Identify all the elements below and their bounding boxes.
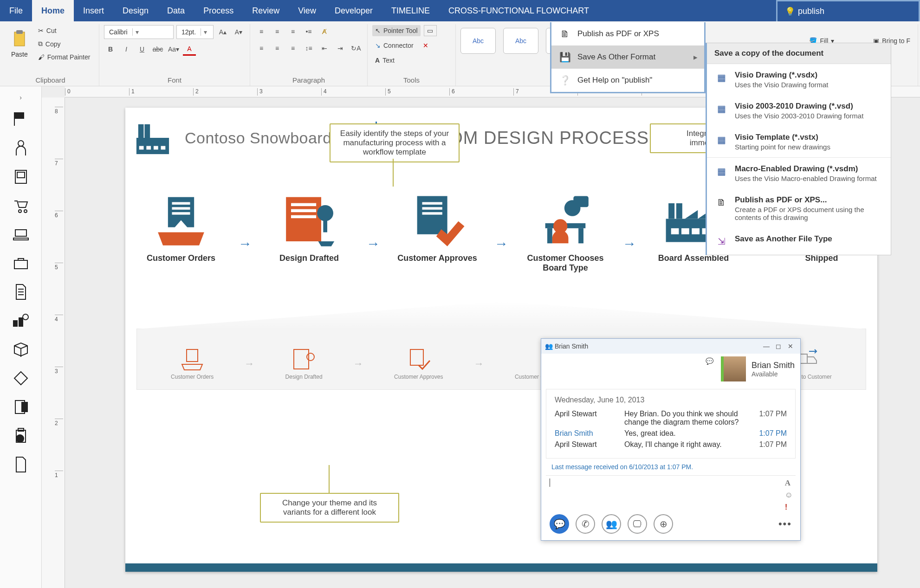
- thumb-drafted[interactable]: Design Drafted: [285, 348, 323, 380]
- stencil-box[interactable]: [0, 335, 41, 364]
- step-customer-orders[interactable]: Customer Orders: [135, 193, 227, 263]
- close-button[interactable]: ✕: [784, 342, 797, 350]
- case-button[interactable]: Aa▾: [167, 43, 180, 56]
- thumb-orders[interactable]: Customer Orders: [171, 348, 214, 380]
- format-painter-button[interactable]: 🖌Format Painter: [35, 52, 93, 63]
- emoji-icon[interactable]: ☺: [785, 491, 793, 500]
- saveas-vsdx[interactable]: ▦Visio Drawing (*.vsdx)Uses the Visio Dr…: [707, 64, 891, 95]
- stencil-kiosk[interactable]: [0, 162, 41, 191]
- text-tool-button[interactable]: AText: [372, 55, 451, 66]
- stencil-cart[interactable]: [0, 191, 41, 220]
- tab-review[interactable]: Review: [243, 0, 289, 21]
- stencil-decision[interactable]: [0, 364, 41, 393]
- step-customer-approves[interactable]: Customer Approves: [391, 193, 484, 263]
- underline-button[interactable]: U: [136, 43, 149, 56]
- stencil-analytics[interactable]: [0, 306, 41, 335]
- im-button[interactable]: 💬: [550, 514, 569, 534]
- saveas-pdfxps[interactable]: 🗎Publish as PDF or XPS...Create a PDF or…: [707, 189, 891, 228]
- paste-button[interactable]: Paste: [6, 28, 32, 60]
- svg-rect-6: [17, 172, 25, 178]
- svg-point-7: [19, 210, 21, 213]
- rotate-text-button[interactable]: ↻A: [350, 42, 363, 55]
- bullets-button[interactable]: •≡: [302, 25, 315, 38]
- font-format-icon[interactable]: A: [785, 478, 793, 488]
- rectangle-tool[interactable]: ▭: [424, 25, 437, 36]
- delete-connector-button[interactable]: ✕: [419, 39, 432, 52]
- strike-button[interactable]: abc: [151, 43, 164, 56]
- tab-file[interactable]: File: [0, 0, 32, 21]
- message-input[interactable]: A ☺ !: [546, 475, 796, 508]
- tab-developer[interactable]: Developer: [325, 0, 382, 21]
- align-right-button[interactable]: ≡: [286, 42, 299, 55]
- tell-me-input[interactable]: [798, 6, 900, 16]
- svg-rect-38: [417, 196, 447, 234]
- italic-button[interactable]: I: [120, 43, 133, 56]
- pointer-tool-button[interactable]: ↖Pointer Tool: [372, 25, 421, 36]
- minimize-button[interactable]: —: [760, 342, 772, 350]
- svg-rect-0: [14, 32, 25, 46]
- saveas-vstx[interactable]: ▦Visio Template (*.vstx)Starting point f…: [707, 126, 891, 157]
- tab-process[interactable]: Process: [194, 0, 243, 21]
- svg-rect-55: [692, 228, 700, 234]
- maximize-button[interactable]: ◻: [772, 342, 784, 350]
- cut-button[interactable]: ✂Cut: [35, 25, 93, 36]
- tab-crossfunctional[interactable]: CROSS-FUNCTIONAL FLOWCHART: [439, 0, 598, 21]
- stencil-person[interactable]: [0, 134, 41, 162]
- tab-timeline[interactable]: TIMELINE: [382, 0, 439, 21]
- align-bottom-button[interactable]: ≡: [286, 25, 299, 38]
- present-button[interactable]: 🖵: [628, 514, 647, 534]
- stencil-laptop[interactable]: [0, 220, 41, 249]
- stencil-briefcase[interactable]: [0, 249, 41, 278]
- tm-result-pdf[interactable]: 🗎Publish as PDF or XPS: [551, 22, 704, 45]
- tab-home[interactable]: Home: [32, 0, 74, 21]
- shape-style-1[interactable]: Abc: [460, 28, 496, 54]
- speech-bubble-icon: 💬: [706, 357, 713, 365]
- saveas-vsd[interactable]: ▦Visio 2003-2010 Drawing (*.vsd)Uses the…: [707, 95, 891, 126]
- tm-result-saveas[interactable]: 💾Save As Other Format▸: [551, 45, 704, 69]
- font-name-combo[interactable]: Calibri▾: [104, 25, 174, 39]
- stencil-document[interactable]: [0, 278, 41, 306]
- tab-data[interactable]: Data: [158, 0, 194, 21]
- thumb-approves[interactable]: Customer Approves: [394, 348, 443, 380]
- lync-titlebar[interactable]: 👥 Brian Smith — ◻ ✕: [541, 339, 800, 354]
- copy-button[interactable]: ⧉Copy: [35, 38, 93, 50]
- bold-button[interactable]: B: [104, 43, 117, 56]
- line-spacing-button[interactable]: ↕≡: [302, 42, 315, 55]
- indent-inc-button[interactable]: ⇥: [334, 42, 347, 55]
- saveas-other[interactable]: ⇲Save as Another File Type: [707, 228, 891, 255]
- grow-font-button[interactable]: A▴: [216, 26, 229, 39]
- expand-shapes-button[interactable]: ›: [0, 90, 41, 105]
- shape-style-2[interactable]: Abc: [503, 28, 538, 54]
- font-size-combo[interactable]: 12pt.▾: [176, 25, 214, 39]
- svg-rect-31: [172, 213, 190, 215]
- align-left-button[interactable]: ≡: [255, 42, 268, 55]
- tell-me-box[interactable]: 💡: [776, 0, 920, 21]
- align-center-button[interactable]: ≡: [271, 42, 284, 55]
- font-color-button[interactable]: A: [183, 43, 196, 56]
- stencil-report[interactable]: [0, 393, 41, 421]
- participants-button[interactable]: ⊕: [654, 514, 673, 534]
- connector-tool-button[interactable]: ↘Connector: [372, 40, 416, 51]
- saveas-vsdm[interactable]: ▦Macro-Enabled Drawing (*.vsdm)Uses the …: [707, 158, 891, 189]
- tab-insert[interactable]: Insert: [74, 0, 113, 21]
- align-middle-button[interactable]: ≡: [271, 25, 284, 38]
- stencil-page[interactable]: [0, 450, 41, 479]
- tm-result-help[interactable]: ❔Get Help on "publish": [551, 69, 704, 92]
- tab-view[interactable]: View: [289, 0, 325, 21]
- group-clipboard: Paste ✂Cut ⧉Copy 🖌Format Painter Clipboa…: [2, 24, 99, 86]
- indent-dec-button[interactable]: ⇤: [318, 42, 331, 55]
- stencil-clipboard[interactable]: [0, 421, 41, 450]
- priority-icon[interactable]: !: [785, 503, 793, 512]
- step-design-drafted[interactable]: Design Drafted: [263, 193, 356, 263]
- step-customer-chooses[interactable]: Customer Chooses Board Type: [519, 193, 612, 273]
- video-button[interactable]: 👥: [602, 514, 621, 534]
- shrink-font-button[interactable]: A▾: [232, 26, 245, 39]
- call-button[interactable]: ✆: [576, 514, 595, 534]
- tab-design[interactable]: Design: [113, 0, 158, 21]
- more-button[interactable]: •••: [778, 518, 792, 530]
- stencil-flag[interactable]: [0, 105, 41, 134]
- avatar[interactable]: [721, 356, 746, 381]
- clear-format-button[interactable]: A̸: [318, 25, 331, 38]
- align-top-button[interactable]: ≡: [255, 25, 268, 38]
- group-label: Clipboard: [6, 74, 94, 85]
